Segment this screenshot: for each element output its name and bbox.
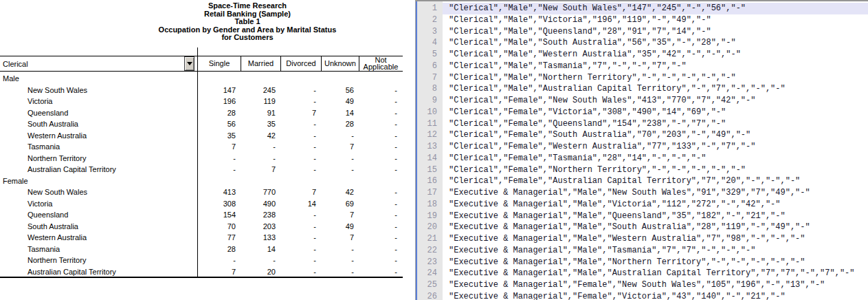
cell-value: 413	[197, 188, 241, 196]
table-row: Australian Capital Territory720---	[0, 266, 403, 278]
cell-value: -	[280, 120, 321, 128]
occupation-dropdown[interactable]: Clerical	[0, 56, 194, 71]
row-label[interactable]: Queensland	[0, 211, 197, 219]
editor-line-text[interactable]: "Clerical","Male","Tasmania","7","-","-"…	[443, 61, 868, 72]
editor-line-text[interactable]: "Executive & Managerial","Male","Austral…	[443, 268, 868, 279]
editor-line-text[interactable]: "Clerical","Male","Victoria","196","119"…	[443, 14, 868, 26]
line-number: 15	[417, 164, 443, 176]
table-row: Australian Capital Territory-7---	[0, 164, 403, 175]
cell-value: -	[280, 245, 321, 253]
table-row: Queensland2891714-	[0, 107, 403, 119]
editor-line: 23"Executive & Managerial","Male","North…	[417, 257, 868, 268]
column-header-not-applicable[interactable]: Not Applicable	[359, 56, 402, 71]
editor-line-text[interactable]: "Executive & Managerial","Male","Victori…	[443, 199, 868, 211]
row-label[interactable]: New South Wales	[0, 86, 197, 94]
editor-line: 24"Executive & Managerial","Male","Austr…	[417, 268, 868, 279]
cell-value: 7	[321, 233, 359, 242]
cell-value: -	[280, 154, 321, 162]
editor-line-text[interactable]: "Executive & Managerial","Male","Western…	[443, 233, 868, 245]
line-number: 18	[417, 199, 443, 211]
line-number: 23	[417, 257, 443, 268]
editor-line-text[interactable]: "Clerical","Male","Northern Territory","…	[443, 72, 868, 84]
editor-line-text[interactable]: "Executive & Managerial","Male","Queensl…	[443, 211, 868, 222]
editor-line-text[interactable]: "Executive & Managerial","Female","Victo…	[443, 291, 868, 300]
row-label[interactable]: Western Australia	[0, 233, 197, 242]
group-label[interactable]: Female	[0, 177, 197, 185]
app-window: Space-Time Research Retail Banking (Samp…	[0, 0, 868, 300]
column-header-divorced[interactable]: Divorced	[280, 56, 321, 71]
cell-value: 196	[197, 97, 241, 105]
row-label[interactable]: Northern Territory	[0, 256, 197, 264]
row-label[interactable]: Tasmania	[0, 142, 197, 151]
row-label[interactable]: Northern Territory	[0, 154, 197, 162]
editor-line-text[interactable]: "Clerical","Female","Victoria","308","49…	[443, 107, 868, 118]
occupation-dropdown-value: Clerical	[3, 60, 28, 68]
line-number: 3	[417, 26, 443, 38]
editor-lines: 1"Clerical","Male","New South Wales","14…	[417, 3, 868, 300]
cell-value: 14	[280, 200, 321, 208]
row-label[interactable]: Victoria	[0, 97, 197, 105]
editor-line-text[interactable]: "Clerical","Female","Western Australia",…	[443, 141, 868, 153]
line-number: 26	[417, 291, 443, 300]
cell-value: -	[359, 86, 402, 94]
cell-value: -	[359, 233, 402, 242]
cell-value: -	[280, 256, 321, 264]
line-number: 16	[417, 175, 443, 187]
editor-line-text[interactable]: "Clerical","Male","Australian Capital Te…	[443, 83, 868, 95]
group-label[interactable]: Male	[0, 74, 197, 83]
row-label[interactable]: Western Australia	[0, 131, 197, 140]
row-label[interactable]: South Australia	[0, 120, 197, 128]
cell-value: -	[359, 154, 402, 162]
cell-value: -	[359, 200, 402, 208]
cell-value: -	[241, 154, 280, 162]
editor-line-text[interactable]: "Executive & Managerial","Female","New S…	[443, 279, 868, 291]
editor-line-text[interactable]: "Executive & Managerial","Male","South A…	[443, 222, 868, 233]
row-label[interactable]: New South Wales	[0, 188, 197, 196]
line-number: 8	[417, 83, 443, 95]
cell-value: -	[280, 97, 321, 105]
line-number: 20	[417, 222, 443, 233]
cell-value: -	[197, 154, 241, 162]
table-row: Northern Territory-----	[0, 255, 403, 266]
column-header-unknown[interactable]: Unknown	[321, 56, 359, 71]
column-header-married[interactable]: Married	[241, 56, 280, 71]
editor-line: 4"Clerical","Male","South Australia","56…	[417, 37, 868, 49]
editor-line-text[interactable]: "Clerical","Female","Northern Territory"…	[443, 164, 868, 176]
cell-value: -	[280, 86, 321, 94]
line-number: 17	[417, 187, 443, 199]
editor-line-text[interactable]: "Clerical","Female","Australian Capital …	[443, 175, 868, 187]
cell-value: 133	[241, 233, 280, 242]
cell-value: -	[280, 211, 321, 219]
editor-line-text[interactable]: "Clerical","Male","South Australia","56"…	[443, 37, 868, 49]
row-label[interactable]: Queensland	[0, 109, 197, 117]
table-row: Victoria196119-49-	[0, 96, 403, 107]
editor-line-text[interactable]: "Clerical","Male","Western Australia","3…	[443, 49, 868, 61]
editor-line-text[interactable]: "Clerical","Male","New South Wales","147…	[443, 3, 868, 14]
row-label[interactable]: Tasmania	[0, 245, 197, 253]
table-row: Northern Territory-----	[0, 153, 403, 164]
row-label[interactable]: Australian Capital Territory	[0, 165, 197, 173]
dropdown-arrow-button[interactable]	[184, 56, 194, 71]
editor-line-text[interactable]: "Executive & Managerial","Male","Tasmani…	[443, 245, 868, 257]
row-label[interactable]: South Australia	[0, 222, 197, 231]
cell-value: 7	[280, 188, 321, 196]
editor-line: 17"Executive & Managerial","Male","New S…	[417, 187, 868, 199]
editor-line: 8"Clerical","Male","Australian Capital T…	[417, 83, 868, 95]
editor-line-text[interactable]: "Clerical","Male","Queensland","28","91"…	[443, 26, 868, 38]
editor-line-text[interactable]: "Executive & Managerial","Male","New Sou…	[443, 187, 868, 199]
editor-line-text[interactable]: "Clerical","Female","New South Wales","4…	[443, 95, 868, 107]
line-number: 1	[417, 3, 443, 14]
row-label[interactable]: Victoria	[0, 200, 197, 208]
editor-line-text[interactable]: "Clerical","Female","Tasmania","28","14"…	[443, 153, 868, 164]
line-number: 24	[417, 268, 443, 279]
row-label[interactable]: Australian Capital Territory	[0, 268, 197, 276]
cell-value: 69	[321, 200, 359, 208]
editor-line: 15"Clerical","Female","Northern Territor…	[417, 164, 868, 176]
editor-line-text[interactable]: "Clerical","Female","Queensland","154","…	[443, 118, 868, 130]
column-header-single[interactable]: Single	[197, 56, 241, 71]
chevron-down-icon	[187, 62, 192, 65]
line-number: 10	[417, 107, 443, 118]
cell-value: 203	[241, 222, 280, 231]
editor-line-text[interactable]: "Clerical","Female","South Australia","7…	[443, 129, 868, 141]
editor-line-text[interactable]: "Executive & Managerial","Male","Norther…	[443, 257, 868, 268]
